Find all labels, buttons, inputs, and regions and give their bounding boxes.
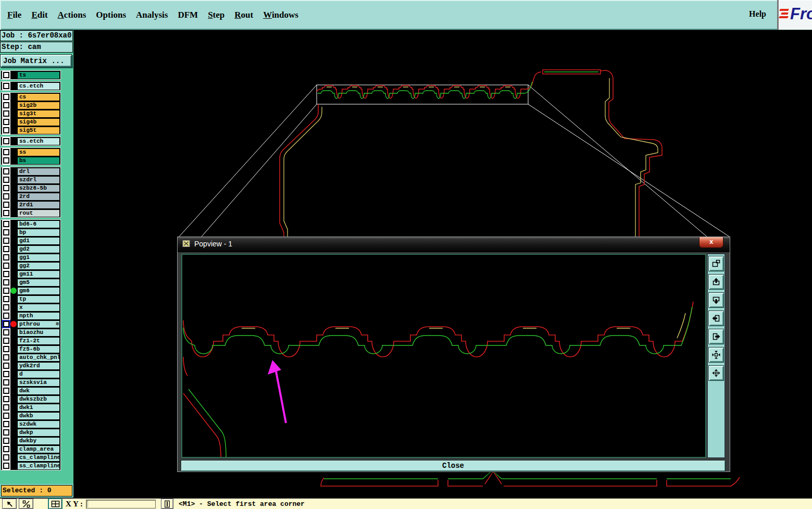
layer-checkbox-ydk2rd[interactable]	[3, 363, 9, 369]
layer-button-gd2[interactable]: gd2	[17, 245, 60, 253]
layer-checkbox-ss[interactable]	[3, 149, 9, 155]
layer-button-sig5t[interactable]: sig5t	[17, 127, 60, 134]
menu-item-dfm[interactable]: DFM	[178, 10, 198, 20]
popview-close-button[interactable]: Close	[181, 460, 726, 471]
layer-checkbox-auto_chk_pnl[interactable]	[3, 354, 9, 361]
layer-checkbox-gm11[interactable]	[3, 271, 9, 277]
divider-icon[interactable]	[161, 499, 173, 509]
menu-item-edit[interactable]: Edit	[31, 10, 47, 20]
layer-checkbox-clamp_area[interactable]	[3, 446, 9, 452]
zoom-scale-icon[interactable]	[19, 499, 33, 509]
layer-button-bs[interactable]: bs	[17, 157, 60, 165]
layer-button-ss_clampline[interactable]: ss_clampline	[17, 462, 60, 470]
menu-item-file[interactable]: File	[7, 10, 21, 20]
layer-button-gg1[interactable]: gg1	[17, 254, 60, 262]
layer-button-cs[interactable]: cs	[17, 93, 60, 101]
layer-button-cs_clampline[interactable]: cs_clampline	[17, 454, 60, 462]
layer-checkbox-fz1-2t[interactable]	[3, 338, 9, 344]
layer-checkbox-2rd[interactable]	[3, 193, 9, 200]
layer-checkbox-dwk1[interactable]	[3, 404, 9, 411]
layer-checkbox-sig5t[interactable]	[3, 127, 9, 133]
layer-checkbox-gm5[interactable]	[3, 279, 9, 285]
layer-button-ss.etch[interactable]: ss.etch	[17, 138, 60, 145]
layer-button-dwk1[interactable]: dwk1	[17, 404, 60, 412]
layer-button-gm6[interactable]: gm6	[17, 287, 60, 295]
popview-titlebar[interactable]: Popview - 1 x	[178, 237, 730, 252]
layer-checkbox-drl[interactable]	[3, 168, 9, 175]
popview-canvas[interactable]	[181, 254, 706, 458]
layer-checkbox-cs_clampline[interactable]	[3, 454, 9, 461]
layer-checkbox-gg2[interactable]	[3, 263, 9, 269]
layer-checkbox-pthrou[interactable]	[3, 321, 9, 327]
layer-button-dwkp[interactable]: dwkp	[17, 429, 60, 437]
layer-button-2rd1[interactable]: 2rd1	[17, 201, 60, 209]
layer-checkbox-cs[interactable]	[3, 94, 9, 100]
layer-button-gm11[interactable]: gm11	[17, 270, 60, 278]
layer-button-clamp_area[interactable]: clamp_area	[17, 445, 60, 453]
layer-button-fz1-2t[interactable]: fz1-2t	[17, 337, 60, 345]
layer-button-dwkb[interactable]: dwkb	[17, 412, 60, 420]
layer-checkbox-gg1[interactable]	[3, 254, 9, 260]
layer-button-bd6-6[interactable]: bd6-6	[17, 220, 60, 228]
menu-item-help[interactable]: Help	[749, 9, 766, 19]
layer-button-dwk[interactable]: dwk	[17, 387, 60, 395]
menu-item-windows[interactable]: Windows	[263, 10, 298, 20]
pan-right-icon[interactable]	[708, 329, 724, 344]
layer-button-gd1[interactable]: gd1	[17, 237, 60, 245]
layer-button-dwkszbzb[interactable]: dwkszbzb	[17, 395, 60, 403]
layer-checkbox-dwk[interactable]	[3, 388, 9, 394]
layer-checkbox-rout[interactable]	[3, 210, 9, 216]
layer-checkbox-gd1[interactable]	[3, 238, 9, 244]
layer-button-npth[interactable]: npth	[17, 312, 60, 320]
menu-item-rout[interactable]: Rout	[234, 10, 253, 20]
layer-button-tp[interactable]: tp	[17, 295, 60, 303]
layer-checkbox-gm6[interactable]	[3, 288, 9, 294]
layer-checkbox-ss.etch[interactable]	[3, 138, 9, 144]
layer-checkbox-szdwk[interactable]	[3, 421, 9, 427]
menu-item-analysis[interactable]: Analysis	[136, 10, 168, 20]
layer-checkbox-d[interactable]	[3, 371, 9, 377]
layer-checkbox-fz5-6b[interactable]	[3, 346, 9, 352]
layer-button-fz5-6b[interactable]: fz5-6b	[17, 345, 60, 353]
layer-button-rout[interactable]: rout	[17, 209, 60, 217]
pan-left-icon[interactable]	[708, 311, 724, 326]
layer-checkbox-biaozhu[interactable]	[3, 329, 9, 336]
layer-button-2rd[interactable]: 2rd	[17, 193, 60, 201]
menu-item-step[interactable]: Step	[208, 10, 224, 20]
layer-checkbox-bp[interactable]	[3, 229, 9, 235]
layer-checkbox-sig2b[interactable]	[3, 102, 9, 108]
layer-button-x[interactable]: x	[17, 304, 60, 312]
layer-checkbox-dwkb[interactable]	[3, 413, 9, 419]
layer-button-szdwk[interactable]: szdwk	[17, 420, 60, 428]
layer-button-ss[interactable]: ss	[17, 148, 60, 156]
coordinate-input[interactable]	[86, 500, 156, 508]
layer-checkbox-npth[interactable]	[3, 313, 9, 319]
layer-checkbox-sig3t[interactable]	[3, 110, 9, 117]
layer-checkbox-ss_clampline[interactable]	[3, 463, 9, 469]
pan-down-icon[interactable]	[708, 292, 724, 308]
job-matrix-button[interactable]: Job Matrix ...	[0, 54, 72, 67]
zoom-expand-icon[interactable]	[708, 365, 724, 381]
layer-checkbox-dwkp[interactable]	[3, 429, 9, 436]
layer-checkbox-2rd1[interactable]	[3, 202, 9, 208]
layer-button-gg2[interactable]: gg2	[17, 262, 60, 270]
popview-close-x-button[interactable]: x	[699, 237, 723, 248]
layer-button-d[interactable]: d	[17, 370, 60, 378]
layer-checkbox-tp[interactable]	[3, 296, 9, 302]
layer-button-cs.etch[interactable]: cs.etch	[17, 82, 60, 90]
layer-checkbox-szdrl[interactable]	[3, 177, 9, 183]
layer-checkbox-bd6-6[interactable]	[3, 221, 9, 227]
pan-up-icon[interactable]	[708, 274, 724, 290]
layer-checkbox-gd2[interactable]	[3, 246, 9, 252]
layer-button-ydk2rd[interactable]: ydk2rd	[17, 362, 60, 370]
layer-button-bp[interactable]: bp	[17, 229, 60, 237]
menu-item-actions[interactable]: Actions	[58, 10, 86, 20]
layer-checkbox-sig4b[interactable]	[3, 119, 9, 125]
layer-checkbox-szsksvia[interactable]	[3, 379, 9, 386]
layer-button-szsksvia[interactable]: szsksvia	[17, 379, 60, 387]
layer-button-szdrl[interactable]: szdrl	[17, 176, 60, 184]
layer-checkbox-ts[interactable]	[3, 72, 9, 78]
zoom-fit-icon[interactable]	[708, 347, 724, 363]
layer-checkbox-dwkby[interactable]	[3, 438, 9, 444]
layer-checkbox-bs[interactable]	[3, 157, 9, 164]
